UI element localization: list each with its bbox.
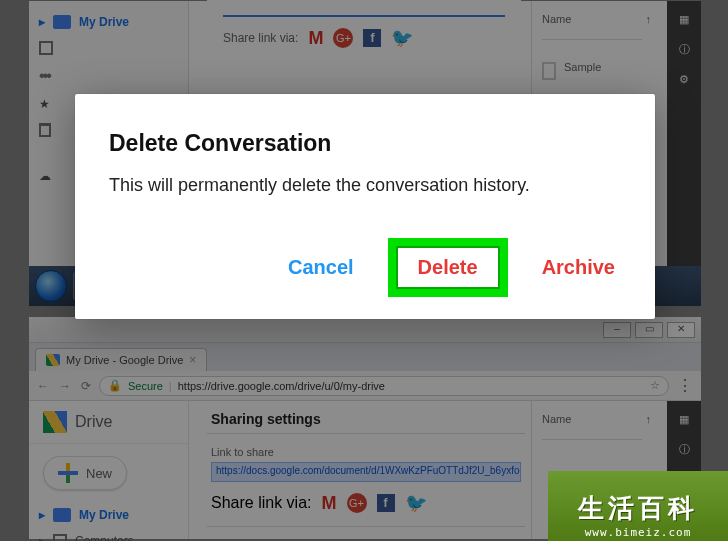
- delete-button[interactable]: Delete: [388, 238, 508, 297]
- delete-conversation-dialog: Delete Conversation This will permanentl…: [75, 94, 655, 319]
- cancel-button[interactable]: Cancel: [288, 256, 354, 279]
- dialog-message: This will permanently delete the convers…: [109, 175, 621, 196]
- watermark: 生活百科 www.bimeiz.com: [548, 471, 728, 541]
- dialog-actions: Cancel Delete Archive: [109, 238, 621, 297]
- archive-button[interactable]: Archive: [542, 256, 615, 279]
- watermark-text: 生活百科: [578, 491, 698, 526]
- dialog-title: Delete Conversation: [109, 130, 621, 157]
- watermark-url: www.bimeiz.com: [585, 526, 692, 539]
